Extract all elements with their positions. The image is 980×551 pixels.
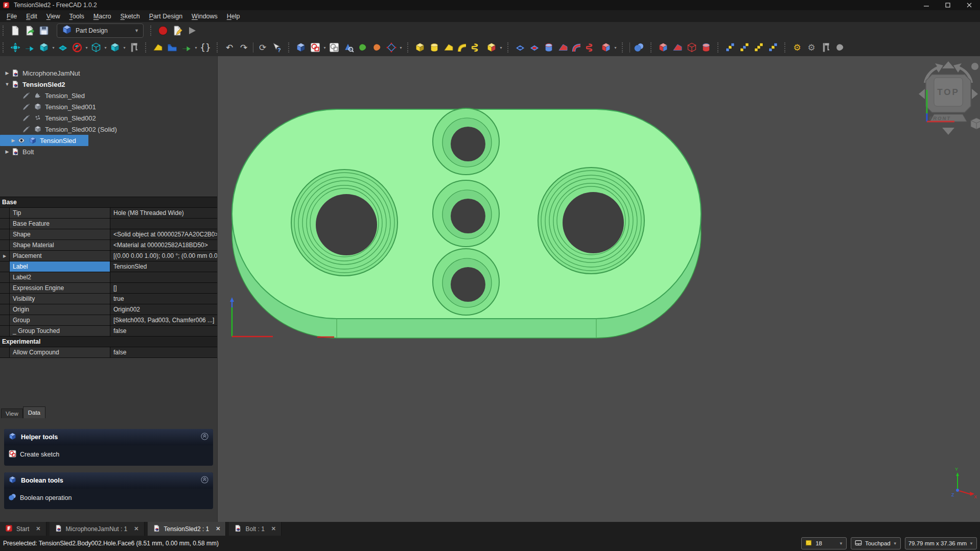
- property-row-expression-engine[interactable]: Expression Engine []: [0, 283, 217, 294]
- draw-style-icon[interactable]: [89, 41, 103, 54]
- edit-macro-icon[interactable]: [170, 24, 184, 37]
- tree-item-tensionsled2[interactable]: ▼TensionSled2: [0, 79, 217, 90]
- execute-macro-icon[interactable]: [184, 24, 199, 37]
- record-macro-icon[interactable]: [156, 24, 170, 37]
- property-section-base[interactable]: Base: [0, 197, 217, 208]
- property-value[interactable]: TensionSled: [110, 261, 217, 272]
- revolution-icon[interactable]: [427, 41, 441, 54]
- undo-icon[interactable]: ↶: [222, 41, 237, 54]
- property-value[interactable]: Hole (M8 Threaded Wide): [110, 208, 217, 218]
- doc-tab-start[interactable]: Start ✕: [0, 522, 46, 536]
- view-dimensions-indicator[interactable]: 79.79 mm x 37.36 mm ▼: [905, 537, 977, 549]
- isometric-view-icon[interactable]: [37, 41, 51, 54]
- doc-tab-bolt-1[interactable]: Bolt : 1 ✕: [229, 522, 282, 536]
- link-icon[interactable]: [179, 41, 194, 54]
- refresh-icon[interactable]: ⟳: [255, 41, 270, 54]
- rotate-view-icon[interactable]: [108, 41, 122, 54]
- property-row-base-feature[interactable]: Base Feature: [0, 219, 217, 229]
- boolean-icon[interactable]: [632, 41, 646, 54]
- additive-pipe-icon[interactable]: [456, 41, 470, 54]
- group-icon[interactable]: [165, 41, 179, 54]
- expander-icon[interactable]: ▼: [3, 82, 11, 87]
- map-sketch-icon[interactable]: [341, 41, 356, 54]
- open-document-icon[interactable]: [22, 24, 37, 37]
- measure-part-icon[interactable]: [819, 41, 833, 54]
- align-view-icon[interactable]: [22, 41, 37, 54]
- property-row-placement[interactable]: ▶ Placement [(0.00 0.00 1.00); 0.00 °; (…: [0, 251, 217, 261]
- measure-icon[interactable]: [127, 41, 141, 54]
- multitransform-icon[interactable]: [766, 41, 780, 54]
- view-section-icon[interactable]: [56, 41, 70, 54]
- chamfer-icon[interactable]: [670, 41, 685, 54]
- property-value[interactable]: <Solid object at 00000257AA20C2B0>: [110, 229, 217, 239]
- property-value[interactable]: [Sketch003, Pad003, Chamfer006 ...]: [110, 315, 217, 325]
- property-value[interactable]: []: [110, 283, 217, 293]
- check-geometry-icon[interactable]: [356, 41, 370, 54]
- involute-gear-icon[interactable]: ⚙: [790, 41, 804, 54]
- datum-icon[interactable]: [384, 41, 399, 54]
- clipping-plane-icon[interactable]: [70, 41, 84, 54]
- draw-style-icon-dropdown[interactable]: ▾: [103, 45, 108, 50]
- close-tab-icon[interactable]: ✕: [36, 525, 40, 532]
- pocket-icon[interactable]: [513, 41, 527, 54]
- collapse-icon[interactable]: [200, 432, 209, 443]
- link-icon-dropdown[interactable]: ▾: [194, 45, 198, 50]
- redo-icon[interactable]: ↷: [237, 41, 251, 54]
- shapebinder-icon[interactable]: [370, 41, 384, 54]
- property-value[interactable]: Origin002: [110, 304, 217, 315]
- tree-item-tension-sled002[interactable]: Tension_Sled002: [0, 112, 217, 124]
- close-tab-icon[interactable]: ✕: [216, 525, 220, 532]
- tree-item-tension-sled[interactable]: Tension_Sled: [0, 90, 217, 101]
- model-part[interactable]: Y X Z: [218, 56, 980, 522]
- close-button[interactable]: [959, 0, 980, 10]
- navigation-cube[interactable]: TOP FRONT: [917, 60, 980, 136]
- menu-help[interactable]: Help: [222, 12, 245, 21]
- property-row-tip[interactable]: Tip Hole (M8 Threaded Wide): [0, 208, 217, 219]
- property-value[interactable]: [110, 219, 217, 229]
- thickness-icon[interactable]: [699, 41, 713, 54]
- property-row-allow-compound[interactable]: Allow Compound false: [0, 347, 217, 358]
- task-item-create-sketch[interactable]: Create sketch: [8, 449, 209, 460]
- tree-item-microphonejamnut[interactable]: ▶MicrophoneJamNut: [0, 67, 217, 79]
- property-row-shape[interactable]: Shape <Solid object at 00000257AA20C2B0>: [0, 229, 217, 240]
- rotate-view-icon-dropdown[interactable]: ▾: [122, 45, 127, 50]
- property-row-label[interactable]: Label TensionSled: [0, 261, 217, 272]
- property-row-origin[interactable]: Origin Origin002: [0, 304, 217, 315]
- linear-pattern-icon[interactable]: [737, 41, 752, 54]
- subtractive-helix-icon[interactable]: [585, 41, 599, 54]
- tree-item-tensionsled[interactable]: ▶TensionSled: [0, 135, 88, 146]
- whats-this-icon[interactable]: ?: [270, 41, 284, 54]
- subtractive-primitive-icon[interactable]: [599, 41, 613, 54]
- collapse-icon[interactable]: [200, 475, 209, 486]
- menu-windows[interactable]: Windows: [187, 12, 222, 21]
- panel-tab-data[interactable]: Data: [23, 406, 45, 418]
- property-row-label2[interactable]: Label2: [0, 272, 217, 283]
- clipping-plane-icon-dropdown[interactable]: ▾: [84, 45, 89, 50]
- new-document-icon[interactable]: [8, 24, 22, 37]
- hole-icon[interactable]: [527, 41, 542, 54]
- property-row-visibility[interactable]: Visibility true: [0, 294, 217, 304]
- property-value[interactable]: <Material at 000002582A18BD50>: [110, 240, 217, 250]
- pad-icon[interactable]: [413, 41, 427, 54]
- property-row--group-touched[interactable]: _ Group Touched false: [0, 326, 217, 337]
- doc-tab-microphonejamnut-1[interactable]: MicrophoneJamNut : 1 ✕: [50, 522, 145, 536]
- additive-primitive-icon[interactable]: [484, 41, 499, 54]
- property-row-group[interactable]: Group [Sketch003, Pad003, Chamfer006 ...…: [0, 315, 217, 326]
- datum-icon-dropdown[interactable]: ▾: [399, 45, 403, 50]
- close-tab-icon[interactable]: ✕: [271, 525, 276, 532]
- property-section-experimental[interactable]: Experimental: [0, 337, 217, 347]
- sprocket-icon[interactable]: ⚙: [804, 41, 819, 54]
- polar-pattern-icon[interactable]: [752, 41, 766, 54]
- expander-icon[interactable]: ▶: [3, 149, 11, 154]
- create-sketch-icon[interactable]: [308, 41, 322, 54]
- doc-tab-tensionsled2-1[interactable]: TensionSled2 : 1 ✕: [148, 522, 226, 536]
- task-item-boolean-operation[interactable]: Boolean operation: [8, 493, 209, 503]
- appearance-icon[interactable]: [151, 41, 165, 54]
- subtractive-pipe-icon[interactable]: [570, 41, 585, 54]
- shape-info-icon[interactable]: [833, 41, 847, 54]
- fit-all-icon[interactable]: [8, 41, 22, 54]
- expander-icon[interactable]: ▶: [9, 138, 17, 143]
- task-panel-header[interactable]: Boolean tools: [4, 472, 213, 489]
- property-value[interactable]: [(0.00 0.00 1.00); 0.00 °; (0.00 mm 0.00…: [110, 251, 217, 261]
- property-value[interactable]: true: [110, 294, 217, 304]
